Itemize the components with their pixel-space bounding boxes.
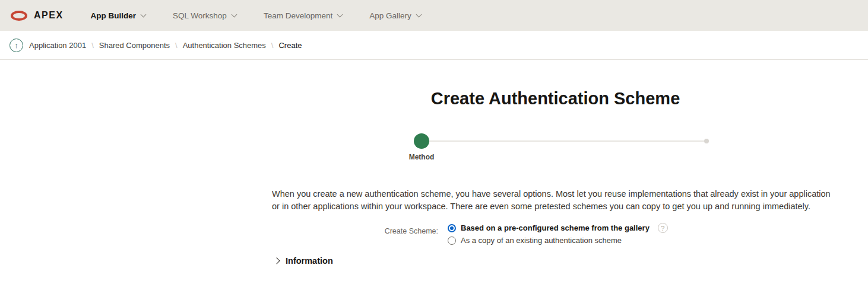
nav-item-label: App Gallery (369, 11, 411, 20)
breadcrumb-item-authentication-schemes[interactable]: Authentication Schemes (183, 41, 266, 50)
breadcrumb-separator: \ (271, 41, 274, 50)
chevron-down-icon (231, 11, 237, 17)
option-preconfigured-scheme[interactable]: Based on a pre-configured scheme from th… (448, 222, 668, 234)
help-icon[interactable]: ? (658, 223, 668, 233)
nav-item-label: App Builder (91, 11, 137, 20)
information-label: Information (286, 256, 333, 266)
page-title: Create Authentication Scheme (272, 89, 839, 108)
chevron-down-icon (141, 11, 147, 17)
breadcrumb-item-application[interactable]: Application 2001 (29, 41, 86, 50)
nav-item-team-development[interactable]: Team Development (264, 11, 342, 20)
option-label: As a copy of an existing authentication … (461, 236, 622, 245)
nav-item-sql-workshop[interactable]: SQL Workshop (173, 11, 236, 20)
chevron-down-icon (337, 11, 343, 17)
breadcrumb-separator: \ (91, 41, 94, 50)
wizard-step-current-icon (414, 133, 429, 149)
option-label: Based on a pre-configured scheme from th… (461, 223, 650, 232)
wizard-progress-line (422, 140, 707, 142)
radio-selected-icon[interactable] (448, 224, 456, 232)
option-copy-existing-scheme[interactable]: As a copy of an existing authentication … (448, 234, 668, 247)
nav-item-app-gallery[interactable]: App Gallery (369, 11, 421, 20)
breadcrumb-item-create: Create (278, 41, 302, 50)
chevron-right-icon (273, 257, 280, 264)
intro-text: When you create a new authentication sch… (272, 188, 839, 212)
information-collapsible[interactable]: Information (272, 256, 333, 266)
nav-item-label: SQL Workshop (173, 11, 227, 20)
wizard-progress-train: Method (272, 133, 839, 168)
chevron-down-icon (416, 11, 422, 17)
nav-item-label: Team Development (264, 11, 332, 20)
oracle-logo-icon (11, 11, 27, 21)
main-content: Create Authentication Scheme Method When… (272, 60, 839, 294)
nav-menu: App Builder SQL Workshop Team Developmen… (91, 11, 421, 20)
top-navigation-bar: APEX App Builder SQL Workshop Team Devel… (0, 0, 868, 31)
up-level-icon[interactable]: ↑ (9, 39, 23, 52)
radio-unselected-icon[interactable] (448, 237, 456, 245)
wizard-step-label: Method (409, 153, 435, 161)
breadcrumb: ↑ Application 2001 \ Shared Components \… (0, 31, 868, 60)
create-scheme-options: Based on a pre-configured scheme from th… (448, 222, 668, 247)
breadcrumb-item-shared-components[interactable]: Shared Components (99, 41, 170, 50)
wizard-step-future-icon (704, 139, 709, 143)
create-scheme-label: Create Scheme: (272, 227, 438, 235)
apex-brand: APEX (34, 10, 64, 21)
nav-item-app-builder[interactable]: App Builder (91, 11, 146, 20)
breadcrumb-separator: \ (175, 41, 178, 50)
